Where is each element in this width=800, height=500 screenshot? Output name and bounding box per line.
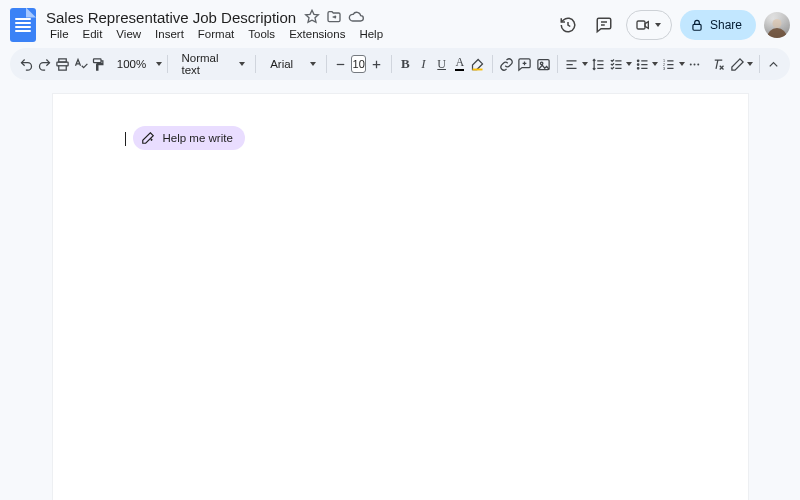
zoom-value: 100%	[117, 58, 146, 70]
caret-down-icon	[156, 62, 162, 66]
font-select[interactable]: Arial	[262, 52, 320, 76]
insert-comment-button[interactable]	[517, 52, 533, 76]
highlight-color-button[interactable]	[470, 52, 486, 76]
separator	[255, 55, 256, 73]
menu-view[interactable]: View	[110, 26, 147, 42]
font-size-decrement[interactable]	[333, 52, 349, 76]
spellcheck-button[interactable]	[72, 52, 88, 76]
menu-file[interactable]: File	[44, 26, 75, 42]
svg-point-14	[694, 63, 696, 65]
svg-rect-0	[637, 21, 645, 29]
caret-down-icon	[655, 23, 661, 27]
move-folder-icon[interactable]	[326, 9, 342, 25]
menu-extensions[interactable]: Extensions	[283, 26, 351, 42]
svg-point-15	[697, 63, 699, 65]
insert-link-button[interactable]	[499, 52, 515, 76]
clear-formatting-button[interactable]	[711, 52, 727, 76]
svg-point-6	[540, 62, 543, 65]
menu-insert[interactable]: Insert	[149, 26, 190, 42]
bulleted-list-button[interactable]	[634, 52, 650, 76]
font-size-increment[interactable]	[368, 52, 384, 76]
checklist-button[interactable]	[608, 52, 624, 76]
docs-logo-icon[interactable]	[10, 8, 36, 42]
align-button[interactable]	[564, 52, 580, 76]
toolbar: 100% Normal text Arial 10 B I U A 123	[10, 48, 790, 80]
star-icon[interactable]	[304, 9, 320, 25]
undo-button[interactable]	[18, 52, 34, 76]
numbered-list-button[interactable]: 123	[660, 52, 676, 76]
account-avatar[interactable]	[764, 12, 790, 38]
checklist-dropdown[interactable]	[626, 52, 632, 76]
underline-button[interactable]: U	[434, 52, 450, 76]
help-me-write-label: Help me write	[163, 132, 233, 144]
separator	[326, 55, 327, 73]
cloud-status-icon[interactable]	[348, 9, 364, 25]
redo-button[interactable]	[36, 52, 52, 76]
svg-rect-3	[59, 65, 67, 69]
document-page[interactable]: Help me write	[53, 94, 748, 500]
italic-button[interactable]: I	[415, 52, 431, 76]
line-spacing-button[interactable]	[590, 52, 606, 76]
menu-format[interactable]: Format	[192, 26, 240, 42]
font-value: Arial	[270, 58, 293, 70]
separator	[759, 55, 760, 73]
caret-down-icon	[310, 62, 316, 66]
separator	[557, 55, 558, 73]
menu-help[interactable]: Help	[353, 26, 389, 42]
paint-format-button[interactable]	[91, 52, 107, 76]
text-cursor	[125, 132, 126, 146]
document-title[interactable]: Sales Representative Job Description	[44, 8, 298, 27]
help-me-write-chip[interactable]: Help me write	[133, 126, 245, 150]
menu-bar: File Edit View Insert Format Tools Exten…	[44, 26, 546, 42]
insert-image-button[interactable]	[535, 52, 551, 76]
svg-rect-4	[94, 58, 102, 62]
svg-text:3: 3	[663, 66, 665, 70]
zoom-select[interactable]: 100%	[109, 52, 161, 76]
text-color-button[interactable]: A	[452, 52, 468, 76]
editing-mode-button[interactable]	[729, 52, 745, 76]
caret-down-icon	[239, 62, 245, 66]
svg-rect-1	[693, 24, 701, 30]
more-options-button[interactable]	[687, 52, 703, 76]
document-canvas[interactable]: Help me write	[0, 80, 800, 500]
separator	[167, 55, 168, 73]
comments-icon[interactable]	[590, 11, 618, 39]
separator	[391, 55, 392, 73]
paragraph-style-value: Normal text	[181, 52, 229, 76]
svg-point-8	[637, 63, 639, 65]
svg-point-13	[690, 63, 692, 65]
paragraph-style-select[interactable]: Normal text	[173, 52, 249, 76]
bold-button[interactable]: B	[397, 52, 413, 76]
share-label: Share	[710, 18, 742, 32]
bulleted-list-dropdown[interactable]	[652, 52, 658, 76]
meet-button[interactable]	[626, 10, 672, 40]
collapse-toolbar-button[interactable]	[766, 52, 782, 76]
numbered-list-dropdown[interactable]	[679, 52, 685, 76]
share-button[interactable]: Share	[680, 10, 756, 40]
pencil-sparkle-icon	[141, 131, 155, 145]
editing-mode-dropdown[interactable]	[747, 52, 753, 76]
font-size-input[interactable]: 10	[351, 55, 366, 73]
svg-point-7	[637, 60, 639, 62]
menu-edit[interactable]: Edit	[77, 26, 109, 42]
last-edit-icon[interactable]	[554, 11, 582, 39]
menu-tools[interactable]: Tools	[242, 26, 281, 42]
svg-point-9	[637, 67, 639, 69]
print-button[interactable]	[54, 52, 70, 76]
separator	[492, 55, 493, 73]
align-dropdown[interactable]	[582, 52, 588, 76]
